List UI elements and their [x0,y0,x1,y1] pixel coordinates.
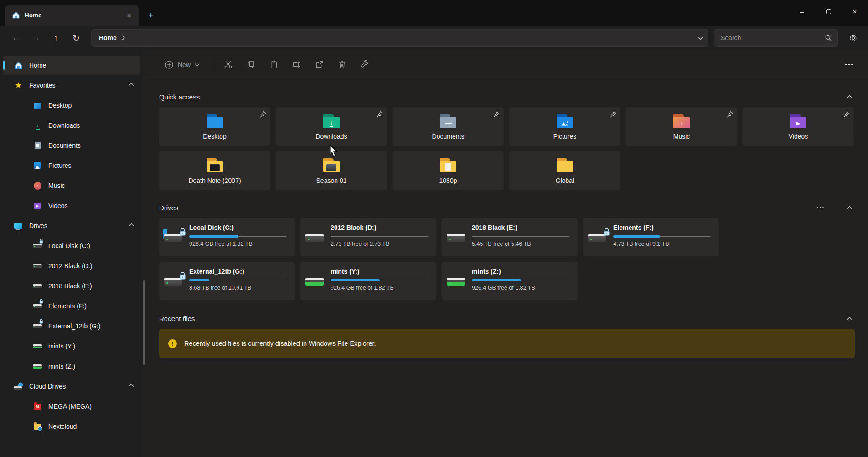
drive-locked-icon [33,301,42,311]
tile-desktop[interactable]: Desktop [159,107,270,146]
folder-icon-desktop [205,113,224,129]
sidebar-item-desktop[interactable]: Desktop [3,96,140,115]
tile-death-note[interactable]: Death Note (2007) [159,151,270,190]
capacity-bar [189,280,287,280]
copy-button[interactable] [241,56,260,73]
drive-icon [33,261,42,270]
nextcloud-folder-icon [33,422,42,431]
drive-name: External_12tb (G:) [189,268,287,275]
toolbar-more-button[interactable] [842,59,856,70]
tab-home[interactable]: Home × [5,5,139,26]
drive-tile-y[interactable]: mints (Y:) 926.4 GB free of 1.82 TB [300,262,436,300]
sidebar-item-cloud-drives[interactable]: Cloud Drives [3,377,140,396]
search-icon [825,34,832,42]
sidebar-item-elements-f[interactable]: Elements (F:) [3,296,140,316]
collapse-chevron-icon[interactable] [844,315,855,322]
collapse-chevron-icon[interactable] [129,384,134,387]
sidebar-scrollbar[interactable] [143,228,145,365]
tile-pictures[interactable]: Pictures [509,107,620,146]
search-input[interactable] [721,34,825,42]
maximize-button[interactable] [815,0,842,23]
sidebar-item-downloads[interactable]: ↓ Downloads [3,116,140,135]
up-button[interactable]: ↑ [47,30,65,46]
tile-downloads[interactable]: ↓ Downloads [276,107,387,146]
delete-button[interactable] [332,56,351,73]
sidebar-label: Drives [29,222,47,229]
tile-music[interactable]: ♪ Music [626,107,737,146]
tile-1080p[interactable]: 1080p [393,151,504,190]
drive-icon [33,281,42,291]
drive-tile-f[interactable]: Elements (F:) 4.73 TB free of 9.1 TB [583,218,719,256]
pin-icon [843,111,850,118]
sidebar-label: Local Disk (C:) [48,242,90,249]
drive-name: mints (Y:) [331,268,428,275]
drive-name: 2012 Black (D:) [331,224,428,231]
collapse-chevron-icon[interactable] [844,93,855,101]
home-icon [14,61,23,70]
cut-button[interactable] [218,56,238,73]
tab-close-button[interactable]: × [123,9,135,21]
rename-button[interactable] [287,56,306,73]
folder-icon-videos: ▶ [789,113,808,129]
sidebar-label: External_12tb (G:) [48,322,100,330]
collapse-chevron-icon[interactable] [844,204,855,212]
tile-season-01[interactable]: Season 01 [276,151,387,190]
minimize-button[interactable]: – [789,0,815,23]
address-bar[interactable]: Home [91,29,708,47]
refresh-button[interactable]: ↻ [67,30,85,46]
scrollbar-thumb[interactable] [143,280,145,365]
home-icon [12,11,20,19]
sidebar-item-mints-y[interactable]: mints (Y:) [3,337,140,356]
tile-videos[interactable]: ▶ Videos [743,107,854,146]
tile-documents[interactable]: Documents [393,107,504,146]
forward-button[interactable]: → [27,30,45,46]
drive-tile-d[interactable]: 2012 Black (D:) 2.73 TB free of 2.73 TB [300,218,436,256]
back-button[interactable]: ← [7,30,25,46]
sidebar-label: mints (Y:) [48,343,75,350]
paste-button[interactable] [264,56,283,73]
drive-system-locked-icon [159,218,189,256]
drive-name: Local Disk (C:) [189,224,287,231]
sidebar-item-pictures[interactable]: Pictures [3,156,140,175]
sidebar-item-2018-black-e[interactable]: 2018 Black (E:) [3,276,140,296]
drive-free-space: 926.4 GB free of 1.82 TB [189,241,287,247]
sidebar-item-home[interactable]: Home [3,56,140,75]
sidebar-label: mints (Z:) [48,363,75,370]
collapse-chevron-icon[interactable] [129,83,134,86]
collapse-chevron-icon[interactable] [129,223,134,227]
breadcrumb[interactable]: Home [99,34,117,42]
sidebar-item-external-12tb-g[interactable]: External_12tb (G:) [3,317,140,336]
sidebar-item-2012-black-d[interactable]: 2012 Black (D:) [3,256,140,275]
tile-global[interactable]: Global [509,151,620,190]
share-button[interactable] [310,56,329,73]
rename-icon [292,60,301,69]
close-button[interactable]: × [842,0,868,23]
drive-tile-z[interactable]: mints (Z:) 926.4 GB free of 1.82 TB [442,262,578,300]
folder-icon-files [439,157,458,173]
new-tab-button[interactable]: + [143,7,159,23]
more-options-icon[interactable] [814,204,827,211]
sidebar-label: Downloads [48,122,80,129]
drive-tile-c[interactable]: Local Disk (C:) 926.4 GB free of 1.82 TB [159,218,295,256]
settings-button[interactable] [844,30,862,46]
drive-tile-e[interactable]: 2018 Black (E:) 5.45 TB free of 5.46 TB [442,218,578,256]
sidebar-item-drives[interactable]: Drives [3,216,140,235]
sidebar-item-nextcloud[interactable]: Nextcloud [3,417,140,436]
sidebar-item-mints-z[interactable]: mints (Z:) [3,357,140,376]
sidebar-item-local-disk-c[interactable]: Local Disk (C:) [3,236,140,255]
drive-free-space: 926.4 GB free of 1.82 TB [331,285,428,291]
cloud-drive-icon [14,382,23,391]
sidebar-item-favorites[interactable]: ★ Favorites [3,76,140,95]
new-button[interactable]: New [159,57,205,73]
sidebar-item-videos[interactable]: ▶ Videos [3,196,140,215]
sidebar-item-mega[interactable]: M MEGA (MEGA) [3,397,140,416]
sidebar-item-documents[interactable]: Documents [3,136,140,155]
drive-tile-g[interactable]: External_12tb (G:) 8.68 TB free of 10.91… [159,262,295,300]
sidebar-item-music[interactable]: ♪ Music [3,176,140,195]
paste-icon [269,60,279,69]
document-icon [33,141,42,150]
search-box[interactable] [714,29,838,47]
tools-button[interactable] [355,56,374,73]
address-dropdown-icon[interactable] [698,36,703,40]
capacity-bar [331,236,428,237]
